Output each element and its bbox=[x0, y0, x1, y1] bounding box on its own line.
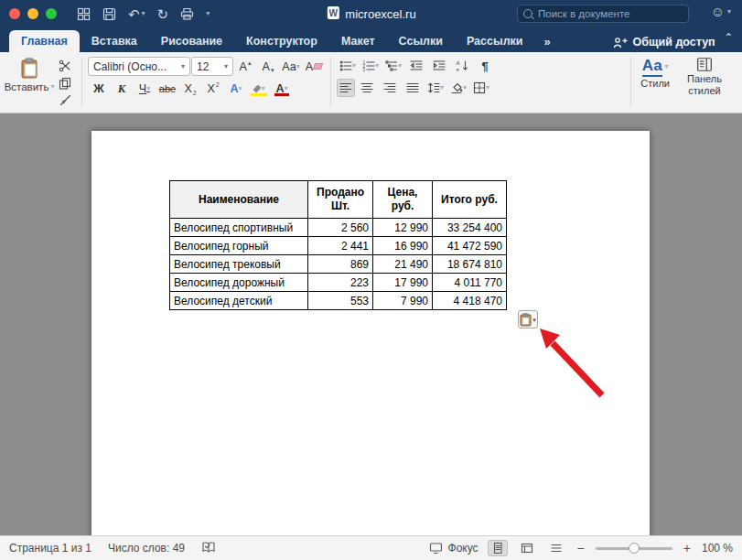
table-cell[interactable]: Велосипед детский bbox=[170, 292, 308, 310]
tab-glavnaya[interactable]: Главная bbox=[9, 30, 80, 52]
print-layout-view-button[interactable] bbox=[488, 540, 508, 556]
strikethrough-button[interactable]: abe bbox=[156, 80, 178, 98]
font-size-select[interactable]: 12 ▾ bbox=[191, 57, 233, 76]
table-cell[interactable]: 223 bbox=[308, 274, 373, 292]
paint-bucket-icon bbox=[450, 81, 463, 94]
table-cell[interactable]: Велосипед трековый bbox=[170, 255, 308, 274]
table-cell[interactable]: Велосипед спортивный bbox=[170, 219, 308, 237]
page-indicator[interactable]: Страница 1 из 1 bbox=[9, 542, 91, 555]
multilevel-list-button[interactable]: ▾ bbox=[382, 57, 404, 75]
numbered-list-button[interactable]: 123 ▾ bbox=[360, 57, 382, 75]
share-button[interactable]: Общий доступ bbox=[613, 36, 721, 52]
print-icon[interactable] bbox=[180, 7, 194, 21]
web-layout-view-button[interactable] bbox=[517, 540, 537, 556]
table-cell[interactable]: 18 674 810 bbox=[433, 255, 507, 274]
tab-vstavka[interactable]: Вставка bbox=[80, 30, 149, 52]
minimize-button[interactable] bbox=[27, 8, 38, 19]
sort-button[interactable]: Ая bbox=[451, 57, 473, 75]
save-icon[interactable] bbox=[102, 7, 116, 21]
table-cell[interactable]: 4 418 470 bbox=[433, 292, 507, 310]
grid-icon[interactable] bbox=[77, 7, 91, 21]
fullscreen-button[interactable] bbox=[46, 8, 57, 19]
table-cell[interactable]: 4 011 770 bbox=[433, 274, 507, 292]
zoom-slider-thumb[interactable] bbox=[629, 543, 640, 554]
superscript-button[interactable]: X2 bbox=[202, 80, 224, 98]
collapse-ribbon-button[interactable]: ˆ bbox=[721, 33, 742, 48]
toolbar-options-caret[interactable]: ▾ bbox=[206, 10, 210, 17]
tabs-overflow-button[interactable]: » bbox=[535, 35, 560, 52]
table-cell[interactable]: 33 254 400 bbox=[433, 219, 507, 237]
paste-button[interactable]: Вставить▾ bbox=[6, 57, 52, 108]
document-title-area: W microexcel.ru bbox=[326, 5, 415, 23]
underline-button[interactable]: Ч▾ bbox=[134, 80, 156, 98]
document-table[interactable]: Наименование Продано Шт. Цена, руб. Итог… bbox=[169, 180, 507, 310]
styles-gallery-button[interactable]: Аа ▾ Стили bbox=[634, 56, 676, 109]
table-cell[interactable]: 7 990 bbox=[373, 292, 433, 310]
highlight-button[interactable]: ▾ bbox=[248, 80, 270, 98]
font-color-button[interactable]: А▾ bbox=[271, 80, 293, 98]
styles-pane-button[interactable]: Панель стилей bbox=[676, 56, 733, 109]
italic-button[interactable]: К bbox=[111, 80, 133, 98]
table-cell[interactable]: 2 560 bbox=[308, 219, 373, 237]
styles-label: Стили bbox=[640, 78, 670, 90]
search-box[interactable]: Поиск в документе bbox=[517, 5, 689, 23]
zoom-slider[interactable] bbox=[596, 547, 672, 550]
redo-icon[interactable]: ↻ bbox=[157, 7, 169, 21]
tab-konstruktor[interactable]: Конструктор bbox=[234, 30, 329, 52]
word-count[interactable]: Число слов: 49 bbox=[108, 542, 185, 555]
text-effects-button[interactable]: А▾ bbox=[225, 80, 247, 98]
table-cell[interactable]: Велосипед дорожный bbox=[170, 274, 308, 292]
font-name-select[interactable]: Calibri (Осно... ▾ bbox=[88, 57, 190, 76]
align-left-button[interactable] bbox=[337, 79, 355, 97]
close-button[interactable] bbox=[9, 8, 20, 19]
table-header-row: Наименование Продано Шт. Цена, руб. Итог… bbox=[170, 181, 507, 219]
table-cell[interactable]: 869 bbox=[308, 255, 373, 274]
feedback-button[interactable]: ☺ ▾ bbox=[711, 4, 731, 19]
table-cell[interactable]: 21 490 bbox=[373, 255, 433, 274]
copy-button[interactable] bbox=[54, 76, 76, 91]
table-header-cell[interactable]: Наименование bbox=[170, 181, 308, 219]
tab-ssylki[interactable]: Ссылки bbox=[387, 30, 455, 52]
shading-button[interactable]: ▾ bbox=[447, 79, 469, 97]
format-painter-button[interactable] bbox=[54, 93, 76, 108]
tab-risovanie[interactable]: Рисование bbox=[149, 30, 234, 52]
increase-indent-button[interactable] bbox=[428, 57, 450, 75]
grow-font-button[interactable]: А▴ bbox=[234, 58, 256, 76]
undo-icon[interactable]: ↶▾ bbox=[128, 7, 145, 21]
decrease-indent-button[interactable] bbox=[405, 57, 427, 75]
table-cell[interactable]: 41 472 590 bbox=[433, 237, 507, 255]
document-page[interactable]: Наименование Продано Шт. Цена, руб. Итог… bbox=[91, 131, 650, 535]
bold-button[interactable]: Ж bbox=[88, 80, 110, 98]
table-cell[interactable]: 16 990 bbox=[373, 237, 433, 255]
zoom-out-button[interactable]: − bbox=[575, 541, 586, 555]
align-center-button[interactable] bbox=[356, 79, 378, 97]
proofing-status-button[interactable] bbox=[201, 541, 216, 556]
table-cell[interactable]: Велосипед горный bbox=[170, 237, 308, 255]
align-right-button[interactable] bbox=[379, 79, 401, 97]
focus-toggle[interactable]: Фокус bbox=[429, 542, 479, 555]
table-cell[interactable]: 12 990 bbox=[373, 219, 433, 237]
draft-view-button[interactable] bbox=[546, 540, 566, 556]
tab-maket[interactable]: Макет bbox=[329, 30, 387, 52]
zoom-in-button[interactable]: + bbox=[682, 541, 693, 555]
shrink-font-button[interactable]: А▾ bbox=[257, 58, 279, 76]
bullet-list-button[interactable]: ▾ bbox=[337, 57, 359, 75]
table-header-cell[interactable]: Продано Шт. bbox=[308, 181, 373, 219]
justify-button[interactable] bbox=[402, 79, 424, 97]
clear-formatting-button[interactable]: А bbox=[303, 58, 325, 76]
document-area[interactable]: Наименование Продано Шт. Цена, руб. Итог… bbox=[0, 113, 742, 535]
tab-rassylki[interactable]: Рассылки bbox=[455, 30, 535, 52]
table-cell[interactable]: 553 bbox=[308, 292, 373, 310]
change-case-button[interactable]: Аа▾ bbox=[280, 58, 302, 76]
borders-button[interactable]: ▾ bbox=[470, 79, 492, 97]
table-header-cell[interactable]: Итого руб. bbox=[433, 181, 507, 219]
zoom-level[interactable]: 100 % bbox=[702, 542, 733, 555]
table-cell[interactable]: 17 990 bbox=[373, 274, 433, 292]
table-header-cell[interactable]: Цена, руб. bbox=[373, 181, 433, 219]
show-formatting-button[interactable]: ¶ bbox=[474, 57, 496, 75]
cut-button[interactable] bbox=[54, 59, 76, 73]
subscript-button[interactable]: X2 bbox=[179, 80, 201, 98]
line-spacing-button[interactable]: ▾ bbox=[425, 79, 446, 97]
table-cell[interactable]: 2 441 bbox=[308, 237, 373, 255]
paste-options-clipboard-icon bbox=[520, 313, 532, 327]
